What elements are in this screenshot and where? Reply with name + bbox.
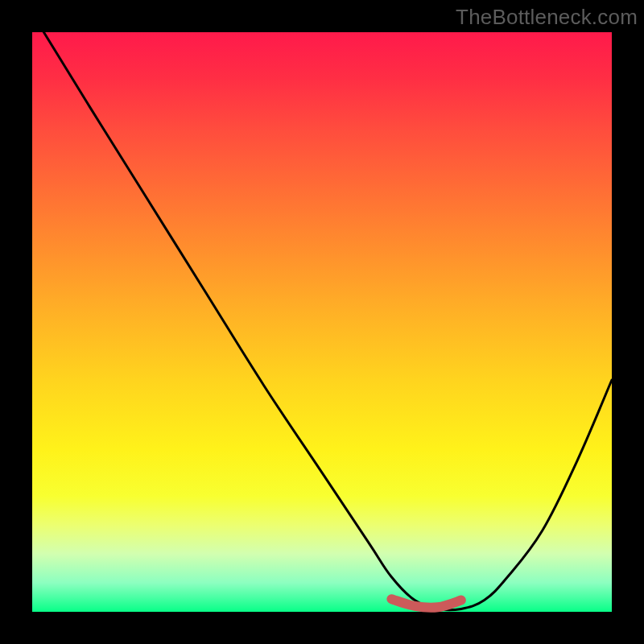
chart-frame: TheBottleneck.com xyxy=(0,0,644,644)
sweet-spot-marker xyxy=(391,599,460,608)
watermark-text: TheBottleneck.com xyxy=(456,5,638,30)
chart-svg xyxy=(32,32,612,612)
bottleneck-curve xyxy=(43,32,612,610)
